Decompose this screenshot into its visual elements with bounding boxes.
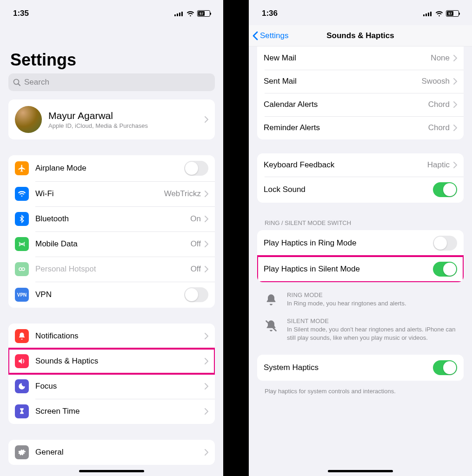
bell-icon xyxy=(265,293,278,308)
mobile-data-label: Mobile Data xyxy=(35,239,191,249)
lock-sound-row[interactable]: Lock Sound xyxy=(257,177,464,203)
wifi-icon xyxy=(15,187,29,201)
sent-mail-value: Swoosh xyxy=(422,77,450,86)
vpn-label: VPN xyxy=(35,290,184,299)
new-mail-row[interactable]: New Mail None xyxy=(257,46,464,70)
sounds-haptics-row[interactable]: Sounds & Haptics xyxy=(8,349,215,374)
sounds-haptics-label: Sounds & Haptics xyxy=(35,357,205,366)
mobile-data-row[interactable]: Mobile Data Off xyxy=(8,231,215,257)
svg-point-3 xyxy=(19,268,22,271)
bluetooth-label: Bluetooth xyxy=(35,214,190,224)
wifi-row[interactable]: Wi-Fi WebTrickz xyxy=(8,181,215,206)
airplane-icon xyxy=(15,161,29,175)
status-time: 1:36 xyxy=(262,9,278,18)
chevron-right-icon xyxy=(205,449,208,456)
haptics-ring-mode-label: Play Haptics in Ring Mode xyxy=(264,238,433,248)
chevron-right-icon xyxy=(453,78,457,85)
hotspot-label: Personal Hotspot xyxy=(35,264,191,274)
vpn-toggle[interactable] xyxy=(184,287,208,302)
notifications-label: Notifications xyxy=(35,331,205,341)
system-haptics-label: System Haptics xyxy=(264,363,433,372)
keyboard-feedback-row[interactable]: Keyboard Feedback Haptic xyxy=(257,153,464,177)
system-haptics-row[interactable]: System Haptics xyxy=(257,355,464,381)
search-input[interactable]: Search xyxy=(8,73,215,91)
general-label: General xyxy=(35,448,205,457)
speaker-icon xyxy=(15,354,29,368)
haptics-ring-mode-row[interactable]: Play Haptics in Ring Mode xyxy=(257,230,464,256)
apple-id-row[interactable]: Mayur Agarwal Apple ID, iCloud, Media & … xyxy=(8,99,215,139)
bell-slash-icon xyxy=(265,319,278,342)
focus-row[interactable]: Focus xyxy=(8,374,215,399)
sent-mail-row[interactable]: Sent Mail Swoosh xyxy=(257,70,464,93)
nav-bar: Settings Sounds & Haptics xyxy=(249,25,472,46)
calendar-alerts-value: Chord xyxy=(428,100,450,109)
lock-sound-toggle[interactable] xyxy=(433,182,457,197)
profile-sub: Apple ID, iCloud, Media & Purchases xyxy=(48,122,205,129)
chevron-right-icon xyxy=(205,333,208,339)
chevron-right-icon xyxy=(205,191,208,197)
home-indicator[interactable] xyxy=(79,470,144,472)
avatar xyxy=(15,106,42,133)
search-icon xyxy=(13,79,20,86)
bluetooth-value: On xyxy=(190,214,201,224)
hotspot-row[interactable]: Personal Hotspot Off xyxy=(8,257,215,282)
airplane-mode-row[interactable]: Airplane Mode xyxy=(8,155,215,181)
screentime-row[interactable]: Screen Time xyxy=(8,399,215,424)
battery-icon: 57 xyxy=(446,10,459,17)
reminder-alerts-row[interactable]: Reminder Alerts Chord xyxy=(257,116,464,139)
home-indicator[interactable] xyxy=(328,470,393,472)
alerts-group: Notifications Sounds & Haptics Focus Scr… xyxy=(8,324,215,424)
wifi-label: Wi-Fi xyxy=(35,189,164,198)
hourglass-icon xyxy=(15,404,29,418)
search-placeholder: Search xyxy=(24,78,49,87)
mobile-data-value: Off xyxy=(191,239,201,249)
focus-label: Focus xyxy=(35,382,205,391)
new-mail-value: None xyxy=(431,53,450,63)
silent-mode-info: SILENT MODE In Silent mode, you don't he… xyxy=(249,316,472,355)
sound-assignments-group: New Mail None Sent Mail Swoosh Calendar … xyxy=(257,46,464,139)
haptics-ring-mode-toggle[interactable] xyxy=(433,236,457,251)
general-group: General xyxy=(8,440,215,465)
chevron-right-icon xyxy=(453,125,457,131)
system-haptics-toggle[interactable] xyxy=(433,360,457,375)
airplane-label: Airplane Mode xyxy=(35,164,184,173)
reminder-alerts-value: Chord xyxy=(428,123,450,132)
chevron-right-icon xyxy=(205,383,208,390)
haptics-silent-mode-toggle[interactable] xyxy=(433,262,457,277)
chevron-right-icon xyxy=(453,162,457,168)
cellular-icon xyxy=(174,11,184,16)
chevron-right-icon xyxy=(205,266,208,272)
bluetooth-row[interactable]: Bluetooth On xyxy=(8,206,215,231)
settings-root-screen: 1:35 57 Settings Search Mayur Agarwal Ap… xyxy=(0,0,223,476)
chevron-right-icon xyxy=(205,116,208,123)
back-button[interactable]: Settings xyxy=(249,31,288,40)
notifications-row[interactable]: Notifications xyxy=(8,324,215,349)
back-label: Settings xyxy=(260,31,288,40)
airplane-toggle[interactable] xyxy=(184,161,208,176)
vpn-row[interactable]: VPN VPN xyxy=(8,282,215,308)
chevron-right-icon xyxy=(205,358,208,364)
chevron-right-icon xyxy=(205,241,208,247)
svg-point-4 xyxy=(22,268,25,271)
chevron-right-icon xyxy=(205,408,208,415)
cellular-icon xyxy=(15,237,29,251)
reminder-alerts-label: Reminder Alerts xyxy=(264,123,428,132)
hotspot-value: Off xyxy=(191,264,201,274)
chevron-right-icon xyxy=(453,55,457,61)
silent-mode-info-text: In Silent mode, you don't hear ringtones… xyxy=(287,325,456,342)
gear-icon xyxy=(15,445,29,459)
keyboard-feedback-value: Haptic xyxy=(427,160,450,170)
calendar-alerts-label: Calendar Alerts xyxy=(264,100,428,109)
new-mail-label: New Mail xyxy=(264,53,431,63)
status-bar: 1:35 57 xyxy=(0,0,223,25)
general-row[interactable]: General xyxy=(8,440,215,465)
system-haptics-group: System Haptics xyxy=(257,355,464,381)
moon-icon xyxy=(15,379,29,393)
haptics-silent-mode-row[interactable]: Play Haptics in Silent Mode xyxy=(257,256,464,282)
status-indicators: 57 xyxy=(174,10,210,17)
calendar-alerts-row[interactable]: Calendar Alerts Chord xyxy=(257,93,464,116)
sounds-haptics-screen: 1:36 57 Settings Sounds & Haptics New Ma… xyxy=(249,0,472,476)
page-title: Settings xyxy=(0,25,223,73)
hotspot-icon xyxy=(15,262,29,276)
svg-point-2 xyxy=(21,244,22,245)
